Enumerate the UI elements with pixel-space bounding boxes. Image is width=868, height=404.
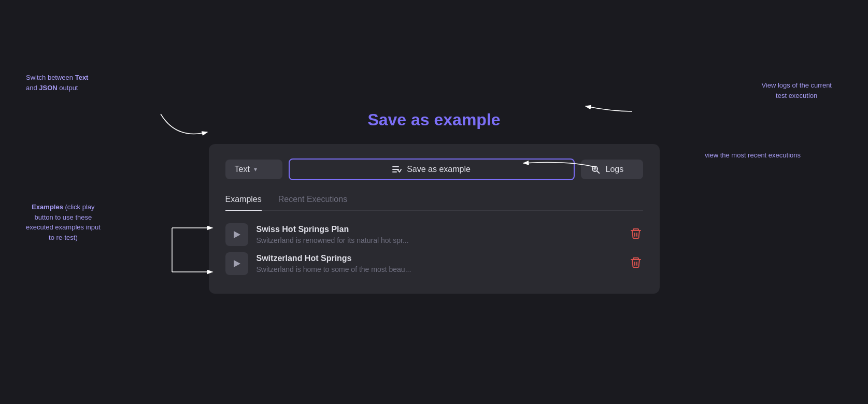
tab-recent-executions[interactable]: Recent Executions: [278, 195, 347, 210]
example-content-1: Swiss Hot Springs Plan Switzerland is re…: [257, 225, 620, 244]
page-wrapper: Save as example Text ▾ Save as example: [0, 0, 868, 404]
example-title-1: Swiss Hot Springs Plan: [257, 225, 620, 234]
example-desc-2: Switzerland is home to some of the most …: [257, 265, 620, 273]
toolbar: Text ▾ Save as example L: [225, 158, 643, 180]
annotation-logs: View logs of the currenttest execution: [761, 80, 832, 100]
save-example-icon: [392, 165, 402, 174]
example-content-2: Switzerland Hot Springs Switzerland is h…: [257, 254, 620, 273]
trash-icon-1: [631, 228, 641, 239]
annotation-switch: Switch between Textand JSON output: [26, 73, 88, 93]
play-icon-2: [234, 260, 240, 267]
text-dropdown-button[interactable]: Text ▾: [225, 160, 282, 179]
annotation-switch-text: Switch between Textand JSON output: [26, 74, 88, 92]
annotation-recent: view the most recent executions: [705, 150, 801, 161]
example-desc-1: Switzerland is renowned for its natural …: [257, 236, 620, 244]
example-item-1: Swiss Hot Springs Plan Switzerland is re…: [225, 223, 643, 246]
svg-line-4: [597, 171, 600, 174]
page-title: Save as example: [367, 110, 500, 129]
trash-icon-2: [631, 257, 641, 268]
annotation-examples: Examples (click playbutton to use thesee…: [26, 202, 101, 242]
text-dropdown-label: Text: [235, 165, 250, 174]
play-button-2[interactable]: [225, 252, 248, 275]
logs-button[interactable]: Logs: [581, 160, 643, 179]
annotation-recent-text: view the most recent executions: [705, 151, 801, 159]
delete-button-2[interactable]: [629, 255, 643, 273]
chevron-down-icon: ▾: [254, 166, 257, 173]
examples-list: Swiss Hot Springs Plan Switzerland is re…: [225, 223, 643, 275]
save-example-label: Save as example: [407, 165, 471, 174]
tab-examples[interactable]: Examples: [225, 195, 262, 210]
save-as-example-button[interactable]: Save as example: [289, 158, 575, 180]
example-title-2: Switzerland Hot Springs: [257, 254, 620, 263]
main-panel: Text ▾ Save as example L: [209, 144, 660, 294]
logs-icon: [591, 165, 601, 174]
play-icon-1: [234, 231, 240, 238]
tabs-bar: Examples Recent Executions: [225, 195, 643, 211]
example-item-2: Switzerland Hot Springs Switzerland is h…: [225, 252, 643, 275]
annotation-logs-text: View logs of the currenttest execution: [761, 81, 832, 99]
delete-button-1[interactable]: [629, 226, 643, 244]
logs-label: Logs: [606, 165, 624, 174]
play-button-1[interactable]: [225, 223, 248, 246]
annotation-examples-text: Examples (click playbutton to use thesee…: [26, 203, 101, 241]
